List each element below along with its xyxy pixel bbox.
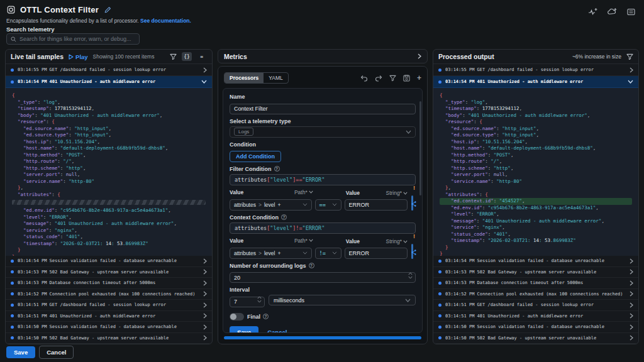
help-icon[interactable]: ?	[281, 214, 287, 220]
log-row[interactable]: 03:14:53 PM 502 Bad Gateway - upstream s…	[6, 267, 212, 278]
editor-cancel-button[interactable]: Cancel	[267, 329, 287, 334]
metrics-section[interactable]: Metrics	[218, 49, 428, 63]
add-metric-icon[interactable]	[589, 8, 597, 16]
filter-condition-code[interactable]: attributes["level"] == "ERROR"	[230, 174, 416, 185]
tab-processors[interactable]: Processors	[225, 73, 264, 83]
number-stepper[interactable]	[408, 272, 413, 279]
log-dot-icon	[11, 336, 14, 339]
warning-icon: !	[413, 233, 415, 239]
condition-label: Condition	[230, 141, 416, 148]
filter-icon[interactable]	[626, 53, 633, 60]
log-row[interactable]: 03:14:50 PM Session validation failed - …	[433, 322, 638, 333]
play-button[interactable]: Play	[69, 53, 88, 60]
surrounding-logs-label: Number of surrounding logs ?	[230, 263, 416, 269]
log-row[interactable]: 03:14:55 PM GET /dashboard failed - sess…	[433, 64, 638, 76]
filter-icon[interactable]	[389, 75, 396, 82]
branch-icon[interactable]	[411, 250, 416, 255]
tab-yaml[interactable]: YAML	[264, 73, 288, 83]
value-label: Value	[346, 238, 360, 244]
chevron-right-icon	[630, 269, 633, 275]
search-input[interactable]	[19, 36, 135, 42]
log-row[interactable]: 03:14:52 PM Connection pool exhausted (m…	[6, 289, 212, 300]
help-icon[interactable]: ?	[274, 166, 280, 172]
log-row-text: 03:14:51 PM GET /dashboard failed - sess…	[18, 302, 199, 307]
log-row[interactable]: 03:14:52 PM Connection pool exhausted (m…	[433, 289, 638, 300]
live-tail-rows-bottom: 03:14:54 PM Session validation failed - …	[6, 256, 212, 344]
log-row[interactable]: 03:14:53 PM Database connection timeout …	[6, 278, 212, 289]
interval-unit-select[interactable]: milliseconds	[269, 295, 416, 305]
log-row[interactable]: 03:14:53 PM Database connection timeout …	[433, 278, 638, 289]
footer-actions: Save Cancel	[6, 346, 74, 359]
processor-chip-icon	[6, 5, 16, 14]
list-view-toggle[interactable]: ≡	[197, 52, 207, 61]
chevron-right-icon	[203, 258, 207, 264]
final-toggle[interactable]	[230, 313, 244, 321]
save-button[interactable]: Save	[6, 346, 35, 358]
log-row[interactable]: 03:14:54 PM Session validation failed - …	[433, 256, 638, 267]
editor-save-button[interactable]: Save	[230, 326, 258, 334]
telemetry-type-select[interactable]: Logs	[230, 126, 416, 138]
log-row-text: 03:14:51 PM GET /dashboard failed - sess…	[445, 302, 626, 307]
log-row[interactable]: 03:14:50 PM 502 Bad Gateway - upstream s…	[6, 333, 212, 344]
panel-toggle-icon[interactable]	[627, 8, 635, 16]
chevron-right-icon	[630, 324, 633, 330]
add-cloud-icon[interactable]	[608, 8, 617, 16]
log-row-expanded[interactable]: 03:14:54 PM 401 Unauthorized - auth midd…	[6, 76, 212, 88]
log-row-text: 03:14:53 PM 502 Bad Gateway - upstream s…	[18, 270, 199, 275]
string-type-select[interactable]: String*	[386, 190, 408, 196]
log-row[interactable]: 03:14:51 PM 401 Unauthorized - auth midd…	[433, 311, 638, 322]
redo-icon[interactable]	[375, 75, 382, 82]
path-type-select[interactable]: Path*	[294, 189, 313, 195]
form-scrollbar[interactable]	[419, 101, 421, 195]
name-input[interactable]	[230, 104, 416, 114]
horizontal-scrollbar[interactable]	[224, 336, 421, 339]
string-type-select[interactable]: String*	[386, 238, 408, 244]
operator-select[interactable]: ==	[315, 199, 341, 211]
save-snapshot-icon[interactable]	[403, 75, 410, 82]
number-stepper[interactable]	[257, 296, 262, 303]
log-row[interactable]: 03:14:54 PM Session validation failed - …	[6, 256, 212, 267]
add-condition-button[interactable]: Add Condition	[230, 151, 281, 162]
json-view-toggle[interactable]: {}	[182, 52, 192, 61]
log-row-text: 03:14:50 PM 502 Bad Gateway - upstream s…	[445, 336, 626, 341]
field-path-select[interactable]: attributes > level +	[230, 248, 312, 259]
log-row[interactable]: 03:14:50 PM Session validation failed - …	[6, 322, 212, 333]
field-path-select[interactable]: attributes > level +	[230, 199, 312, 211]
help-icon[interactable]: ?	[263, 314, 269, 319]
log-row[interactable]: 03:14:50 PM 502 Bad Gateway - upstream s…	[433, 333, 638, 344]
value-label: Value	[230, 238, 243, 244]
log-row-text: 03:14:51 PM 401 Unauthorized - auth midd…	[18, 314, 199, 319]
warning-icon: !	[413, 185, 415, 191]
add-processor-icon[interactable]: +	[417, 74, 421, 82]
cancel-button[interactable]: Cancel	[39, 346, 74, 359]
log-row-text: 03:14:54 PM 401 Unauthorized - auth midd…	[18, 79, 197, 84]
operator-select[interactable]: !=	[315, 248, 341, 259]
chevron-down-icon	[332, 203, 337, 206]
surrounding-logs-input[interactable]	[230, 272, 416, 283]
value-input[interactable]	[345, 248, 408, 259]
value-input[interactable]	[345, 199, 408, 211]
help-icon[interactable]: ?	[309, 263, 314, 268]
page-header: OTTL Context Filter Encapsulates functio…	[0, 0, 644, 48]
log-row[interactable]: 03:14:51 PM GET /dashboard failed - sess…	[433, 300, 638, 311]
edit-title-icon[interactable]	[104, 6, 111, 13]
see-documentation-link[interactable]: See documentation.	[140, 18, 191, 24]
live-tail-title: Live tail samples	[11, 53, 64, 60]
chevron-right-icon	[203, 67, 207, 73]
log-row-text: 03:14:50 PM Session validation failed - …	[445, 324, 626, 329]
log-row[interactable]: 03:14:51 PM 401 Unauthorized - auth midd…	[6, 311, 212, 322]
log-dot-icon	[438, 69, 441, 72]
chevron-down-icon	[201, 80, 207, 84]
log-row[interactable]: 03:14:55 PM GET /dashboard failed - sess…	[6, 64, 212, 76]
chevron-right-icon	[203, 313, 207, 319]
chevron-right-icon	[630, 258, 633, 264]
log-row[interactable]: 03:14:53 PM 502 Bad Gateway - upstream s…	[433, 267, 638, 278]
chevron-right-icon	[203, 302, 207, 308]
log-row[interactable]: 03:14:51 PM GET /dashboard failed - sess…	[6, 300, 212, 311]
branch-icon[interactable]	[411, 201, 416, 207]
undo-icon[interactable]	[360, 75, 368, 82]
path-type-select[interactable]: Path*	[294, 238, 313, 244]
log-row-expanded[interactable]: 03:14:54 PM 401 Unauthorized - auth midd…	[433, 76, 638, 88]
filter-icon[interactable]	[170, 53, 177, 60]
context-condition-code[interactable]: attributes["level"] != "ERROR"	[230, 222, 416, 234]
